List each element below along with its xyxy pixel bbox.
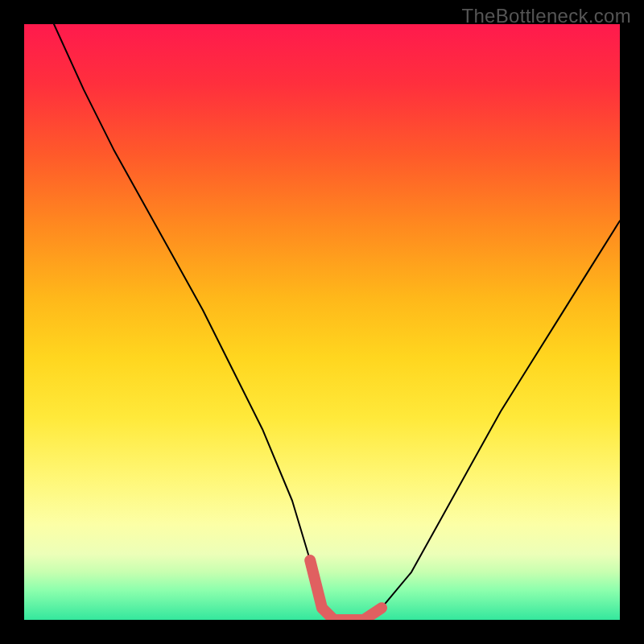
curve-line xyxy=(54,24,620,620)
watermark-text: TheBottleneck.com xyxy=(461,5,631,27)
chart-frame: TheBottleneck.com xyxy=(0,0,644,644)
bottom-highlight-line xyxy=(310,560,382,620)
chart-svg xyxy=(24,24,620,620)
